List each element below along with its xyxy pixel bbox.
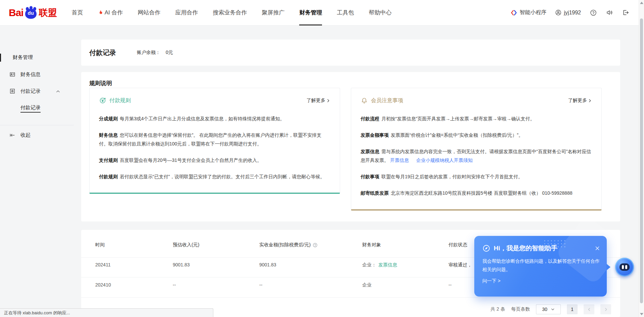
nav-item-toolkit[interactable]: 工具包 <box>337 0 354 25</box>
coin-icon <box>99 97 106 104</box>
prev-page-icon <box>587 307 591 312</box>
vertical-scrollbar[interactable] <box>639 0 644 317</box>
invoice-info-link[interactable]: 开票信息 <box>390 157 409 163</box>
col-header-status: 付款状态 <box>448 242 467 248</box>
rule-paragraph: 发票金额事项发票票面“价税合计”金额=系统中“实收金额（扣除税费后/元）”。 <box>361 131 592 139</box>
rule-paragraph: 付款流程月初按“发票信息”页面开具发票→上传发票→邮寄发票→审核→确认支付。 <box>361 114 592 123</box>
balance-label: 账户余额： <box>137 50 160 55</box>
account-balance: 账户余额： 0元 <box>137 50 173 56</box>
cell-time: 202410 <box>95 282 111 288</box>
total-count: 共 2 条 <box>490 306 505 312</box>
cell-estimated: 9001.83 <box>173 262 190 267</box>
user-icon <box>555 9 561 16</box>
pagination: 共 2 条 每页条数 30 1 <box>490 304 611 314</box>
next-page-icon <box>604 307 608 312</box>
sound-icon[interactable] <box>606 9 613 16</box>
next-page-button[interactable] <box>600 304 611 314</box>
scrollbar-thumb[interactable] <box>640 18 643 303</box>
compass-icon <box>482 244 490 252</box>
col-header-entity: 财务对象 <box>362 242 381 248</box>
page-header-card: 付款记录 账户余额： 0元 <box>81 40 620 66</box>
logo-text-du: du <box>24 10 38 16</box>
chevron-right-icon <box>326 99 330 103</box>
cell-estimated: -- <box>173 282 176 288</box>
table-divider <box>81 297 620 298</box>
baidu-union-finance-page: Bai du 联盟 首页 AI 合作 网站合作 应用合作 搜索业务合作 聚屏推广… <box>0 0 644 317</box>
flame-icon <box>98 10 103 16</box>
prev-page-button[interactable] <box>584 304 594 314</box>
col-header-time: 时间 <box>95 242 105 248</box>
user-account[interactable]: jyj1992 <box>555 9 581 16</box>
top-nav: Bai du 联盟 首页 AI 合作 网站合作 应用合作 搜索业务合作 聚屏推广… <box>0 0 644 25</box>
baidu-union-logo[interactable]: Bai du 联盟 <box>9 6 57 19</box>
ask-now-link[interactable]: 问一下 > <box>482 278 500 284</box>
assistant-popup: Hi，我是您的智能助手 我会帮助您诊断合作链路问题，以及解答您关于任何合作相关的… <box>474 236 607 297</box>
logout-icon[interactable] <box>622 9 629 16</box>
rule-card-title: 付款规则 <box>109 97 131 104</box>
rule-paragraph: 付款规则若付款状态显示“已支付”，说明联盟已安排了您的付款。支付后三个工作日内到… <box>99 172 330 181</box>
nav-item-help[interactable]: 帮助中心 <box>369 0 391 25</box>
id-card-icon <box>9 71 16 78</box>
sidebar: 财务管理 财务信息 付款记录 付款记录 <box>0 25 81 317</box>
baidu-paw-icon: du <box>24 6 38 19</box>
page-1-button[interactable]: 1 <box>567 304 578 314</box>
col-header-estimated: 预估收入(元) <box>173 242 199 248</box>
page-title: 付款记录 <box>89 48 116 57</box>
scroll-up-icon[interactable] <box>640 2 643 4</box>
nav-right-tools: 智能小程序 jyj1992 <box>511 9 644 16</box>
cell-entity: 企业 <box>362 282 372 288</box>
rule-paragraph: 财务信息您可以在财务信息中选择“保留付款”。 在此期间您产生的收入将在账户内进行… <box>99 131 330 148</box>
member-notes-card: 会员注意事项 了解更多 付款流程月初按“发票信息”页面开具发票→上传发票→邮寄发… <box>351 88 602 210</box>
rules-title: 规则说明 <box>89 79 112 87</box>
sidebar-item-finance-info[interactable]: 财务信息 <box>0 71 81 79</box>
sidebar-divider <box>0 125 74 125</box>
question-circle-icon[interactable] <box>313 243 318 248</box>
nav-item-search-biz[interactable]: 搜索业务合作 <box>213 0 247 25</box>
scroll-down-icon[interactable] <box>640 313 643 315</box>
balance-value: 0元 <box>166 50 173 55</box>
robot-face-icon <box>620 263 630 271</box>
cell-time: 202411 <box>95 262 111 267</box>
rules-section: 规则说明 付款规则 了解更多 分成规则每月第3或4个工作日产出上月分成信息及发票… <box>81 72 620 221</box>
mini-program-entry[interactable]: 智能小程序 <box>511 9 546 16</box>
chevron-up-icon[interactable] <box>56 89 60 94</box>
active-section-indicator <box>0 54 1 62</box>
sidebar-collapse-button[interactable]: 收起 <box>0 131 81 139</box>
small-taxpayer-notice-link[interactable]: 企业小规模纳税人开票须知 <box>416 157 473 163</box>
nav-item-juping[interactable]: 聚屏推广 <box>262 0 284 25</box>
cell-actual: 9001.83 <box>259 262 276 267</box>
nav-item-website[interactable]: 网站合作 <box>138 0 160 25</box>
nav-menu: 首页 AI 合作 网站合作 应用合作 搜索业务合作 聚屏推广 财务管理 工具包 … <box>72 0 392 25</box>
cell-entity: 企业： 发票信息 <box>362 262 397 268</box>
robot-avatar-button[interactable] <box>615 258 634 276</box>
sidebar-item-payment-record[interactable]: 付款记录 <box>0 87 81 96</box>
learn-more-link[interactable]: 了解更多 <box>568 98 592 104</box>
col-header-actual: 实收金额(扣除税费后/元) <box>259 242 318 248</box>
help-icon[interactable] <box>590 9 597 16</box>
nav-item-ai[interactable]: AI 合作 <box>98 0 123 25</box>
invoice-info-table-link[interactable]: 发票信息 <box>378 262 397 268</box>
rule-paragraph: 发票信息需与系统内发票信息内容完全一致，否则无法支付。请根据发票信息页面中“百度… <box>361 147 592 165</box>
nav-item-home[interactable]: 首页 <box>72 0 83 25</box>
rule-paragraph: 支付规则百度联盟会在每月20号—31号支付企业会员上个自然月产生的收入。 <box>99 156 330 165</box>
sidebar-section-finance[interactable]: 财务管理 <box>0 54 81 62</box>
close-icon[interactable] <box>595 246 600 251</box>
nav-item-finance[interactable]: 财务管理 <box>299 0 322 25</box>
chevron-down-icon <box>551 307 555 311</box>
rule-paragraph: 付款事项联盟在每月19日之后签收的发票，付款时间安排在下个月首批支付。 <box>361 172 592 181</box>
certificate-icon <box>9 88 16 94</box>
rule-paragraph: 邮寄纸质发票北京市海淀区西北旺东路10号院百度科技园5号楼 百度联盟财务组（收）… <box>361 189 592 197</box>
username: jyj1992 <box>564 10 581 16</box>
learn-more-link[interactable]: 了解更多 <box>307 98 330 104</box>
assistant-title: Hi，我是您的智能助手 <box>494 244 557 253</box>
bell-icon <box>361 97 368 104</box>
per-page-label: 每页条数 <box>511 306 530 312</box>
mini-program-icon <box>511 9 517 16</box>
sidebar-subitem-payment-record[interactable]: 付款记录 <box>20 105 41 113</box>
per-page-select[interactable]: 30 <box>536 304 561 314</box>
rule-paragraph: 分成规则每月第3或4个工作日产出上月分成信息及发票信息，如有特殊情况将提前通知。 <box>99 114 330 123</box>
nav-item-app[interactable]: 应用合作 <box>175 0 198 25</box>
browser-status-text: 正在等待 xlab.baidu.com 的响应... <box>4 310 70 315</box>
logo-text-bai: Bai <box>9 7 23 18</box>
browser-status-bar: 正在等待 xlab.baidu.com 的响应... <box>0 308 213 317</box>
